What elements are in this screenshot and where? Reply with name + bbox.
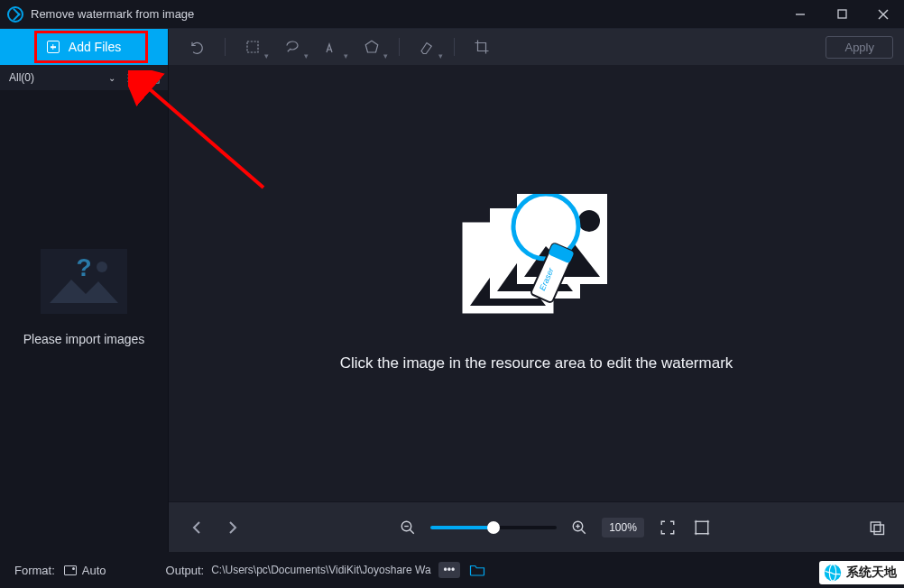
polygon-tool[interactable]: ▾ bbox=[354, 32, 390, 61]
separator bbox=[225, 38, 226, 56]
slider-fill bbox=[430, 526, 494, 529]
output-label: Output: bbox=[166, 564, 205, 577]
chevron-down-icon: ▾ bbox=[304, 51, 309, 60]
fit-screen-icon bbox=[660, 519, 676, 536]
crop-icon bbox=[474, 39, 490, 55]
app-logo-icon bbox=[7, 6, 23, 23]
apply-button[interactable]: Apply bbox=[826, 36, 893, 59]
open-folder-button[interactable] bbox=[467, 562, 487, 578]
filter-dropdown[interactable]: All(0) ⌄ bbox=[5, 69, 119, 86]
output-path: C:\Users\pc\Documents\VidiKit\Joyoshare … bbox=[211, 564, 430, 576]
import-placeholder: ? Please import images bbox=[0, 249, 168, 346]
svg-rect-1 bbox=[838, 10, 846, 18]
svg-rect-10 bbox=[148, 72, 158, 82]
output-section: Output: C:\Users\pc\Documents\VidiKit\Jo… bbox=[166, 562, 488, 578]
compare-button[interactable] bbox=[866, 517, 888, 538]
main-panel: Eraser Click the image in the resource a… bbox=[168, 65, 904, 552]
brush-tool[interactable]: ▾ bbox=[314, 32, 350, 61]
sort-icon bbox=[125, 71, 139, 85]
svg-marker-6 bbox=[365, 41, 378, 52]
svg-rect-34 bbox=[871, 522, 881, 532]
window-controls bbox=[779, 0, 904, 29]
lasso-icon bbox=[284, 39, 300, 55]
maximize-icon bbox=[837, 9, 847, 19]
maximize-button[interactable] bbox=[821, 0, 862, 29]
output-more-button[interactable]: ••• bbox=[438, 562, 461, 578]
rect-select-tool[interactable]: ▾ bbox=[235, 32, 271, 61]
body: All(0) ⌄ ? Please import images bbox=[0, 65, 904, 552]
actual-size-icon bbox=[694, 519, 710, 536]
chevron-right-icon bbox=[227, 520, 238, 535]
placeholder-image-icon: ? bbox=[41, 249, 127, 314]
polygon-icon bbox=[364, 39, 380, 55]
eraser-icon bbox=[419, 39, 435, 55]
fit-screen-button[interactable] bbox=[657, 517, 678, 538]
folder-icon bbox=[469, 564, 485, 576]
filter-label: All(0) bbox=[9, 71, 34, 84]
canvas-hint-text: Click the image in the resource area to … bbox=[340, 354, 733, 372]
svg-rect-35 bbox=[874, 525, 884, 535]
canvas-illustration-icon: Eraser bbox=[456, 194, 618, 329]
zoom-out-button[interactable] bbox=[398, 518, 418, 537]
placeholder-text: Please import images bbox=[23, 332, 145, 346]
slider-thumb[interactable] bbox=[487, 521, 500, 534]
format-label: Format: bbox=[14, 564, 55, 577]
zoom-in-icon bbox=[571, 519, 587, 536]
canvas-area: Eraser Click the image in the resource a… bbox=[169, 65, 904, 501]
prev-image-button[interactable] bbox=[185, 516, 208, 539]
rect-select-icon bbox=[244, 39, 261, 55]
add-files-label: Add Files bbox=[69, 40, 121, 54]
watermark-text: 系统天地 bbox=[846, 565, 897, 581]
top-row: Add Files ▾ ▾ ▾ ▾ ▾ bbox=[0, 29, 904, 65]
next-image-button[interactable] bbox=[221, 516, 244, 539]
lasso-tool[interactable]: ▾ bbox=[274, 32, 310, 61]
tool-bar: ▾ ▾ ▾ ▾ ▾ Apply bbox=[168, 29, 904, 65]
chevron-down-icon: ▾ bbox=[383, 51, 388, 60]
bottom-bar: Format: Auto Output: C:\Users\pc\Documen… bbox=[0, 552, 904, 588]
minimize-icon bbox=[795, 9, 806, 20]
title-bar: Remove watermark from image bbox=[0, 0, 904, 29]
undo-button[interactable] bbox=[180, 32, 216, 61]
compare-icon bbox=[869, 519, 885, 536]
svg-point-21 bbox=[578, 210, 600, 232]
filter-row: All(0) ⌄ bbox=[0, 65, 168, 90]
select-all-button[interactable] bbox=[144, 69, 162, 87]
sidebar: All(0) ⌄ ? Please import images bbox=[0, 65, 168, 552]
image-icon bbox=[64, 565, 77, 575]
zoom-out-icon bbox=[400, 519, 416, 536]
svg-line-27 bbox=[410, 529, 414, 534]
svg-point-13 bbox=[97, 262, 107, 272]
plus-icon bbox=[47, 41, 60, 53]
close-button[interactable] bbox=[862, 0, 904, 29]
separator bbox=[399, 38, 400, 56]
actual-size-button[interactable] bbox=[691, 517, 713, 538]
svg-text:?: ? bbox=[76, 253, 91, 281]
eraser-tool[interactable]: ▾ bbox=[409, 32, 445, 61]
zoom-percent-badge: 100% bbox=[602, 518, 644, 537]
chevron-left-icon bbox=[191, 520, 202, 535]
chevron-down-icon: ▾ bbox=[264, 51, 269, 60]
separator bbox=[454, 38, 455, 56]
select-all-icon bbox=[147, 71, 161, 85]
svg-rect-4 bbox=[247, 41, 258, 52]
window-title: Remove watermark from image bbox=[31, 7, 194, 21]
brush-icon bbox=[324, 39, 340, 55]
format-value: Auto bbox=[82, 564, 106, 577]
controls-bar: 100% bbox=[169, 501, 904, 552]
sort-button[interactable] bbox=[123, 69, 141, 87]
crop-tool[interactable] bbox=[464, 32, 500, 61]
zoom-in-button[interactable] bbox=[569, 518, 589, 537]
minimize-button[interactable] bbox=[779, 0, 821, 29]
svg-rect-33 bbox=[696, 521, 708, 534]
chevron-down-icon: ▾ bbox=[344, 51, 348, 60]
format-selector[interactable]: Auto bbox=[64, 564, 106, 577]
zoom-controls: 100% bbox=[257, 517, 853, 538]
undo-icon bbox=[189, 39, 206, 55]
chevron-down-icon: ⌄ bbox=[108, 73, 115, 83]
svg-line-30 bbox=[581, 529, 586, 534]
site-watermark-badge: 系统天地 bbox=[819, 561, 904, 584]
svg-point-38 bbox=[825, 565, 841, 581]
chevron-down-icon: ▾ bbox=[438, 51, 443, 60]
zoom-slider[interactable] bbox=[430, 526, 557, 529]
add-files-button[interactable]: Add Files bbox=[27, 34, 141, 60]
